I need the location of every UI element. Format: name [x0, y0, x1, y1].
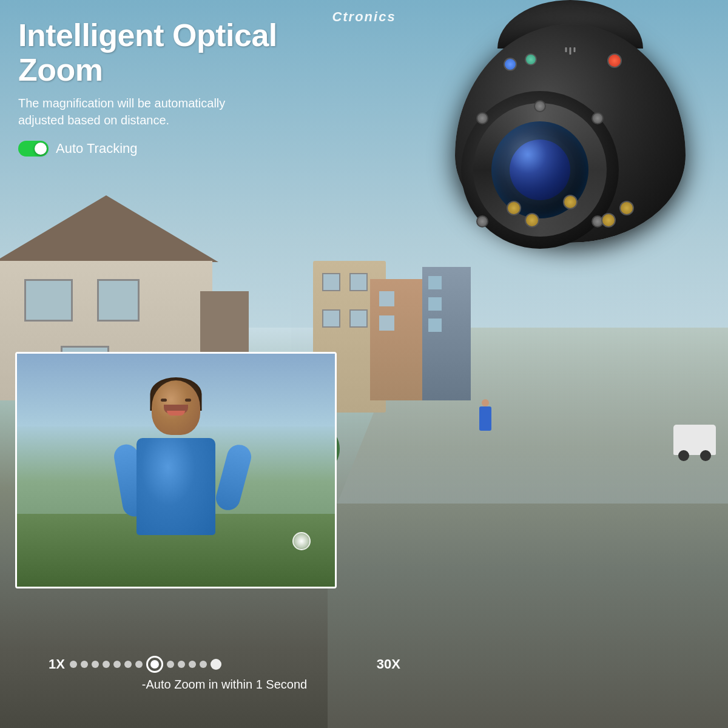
zoom-dot-2: [81, 661, 88, 668]
zoom-dot-active[interactable]: [146, 656, 163, 673]
dots-container: [70, 656, 372, 673]
toggle-row: Auto Tracking: [18, 141, 322, 157]
content-overlay: Ctronics Intelligent Optical Zoom The ma…: [0, 0, 728, 728]
zoom-dot-1: [70, 661, 77, 668]
zoom-dot-final: [211, 659, 221, 670]
zoom-dot-5: [113, 661, 121, 668]
zoom-max-label: 30X: [377, 656, 400, 672]
person-inset-view: [15, 352, 337, 588]
toggle-label: Auto Tracking: [56, 141, 138, 157]
zoom-slider-area: 1X: [49, 656, 400, 692]
person-head: [152, 380, 200, 435]
person-body: [136, 438, 215, 535]
person-figure: [115, 368, 237, 587]
zoom-dot-3: [92, 661, 99, 668]
brand-logo-area: Ctronics: [332, 9, 396, 25]
main-title: Intelligent Optical Zoom: [18, 18, 322, 87]
zoom-dot-6: [124, 661, 132, 668]
inset-reflection-dot: [292, 532, 311, 550]
zoom-subtitle: -Auto Zoom in within 1 Second: [49, 678, 400, 692]
person-eye-left: [161, 399, 167, 402]
toggle-knob: [35, 143, 47, 155]
subtitle-text: The magnification will be automatically …: [18, 95, 322, 129]
brand-logo-text: Ctronics: [332, 9, 396, 24]
person-eye-right: [185, 399, 191, 402]
zoom-dot-10: [178, 661, 185, 668]
subtitle-line-1: The magnification will be automatically: [18, 96, 225, 110]
zoom-dot-9: [167, 661, 174, 668]
zoom-track: 1X: [49, 656, 400, 673]
zoom-dot-7: [135, 661, 143, 668]
zoom-dot-4: [103, 661, 110, 668]
zoom-min-label: 1X: [49, 656, 65, 672]
person-smile: [167, 411, 185, 416]
auto-tracking-toggle[interactable]: [18, 141, 49, 157]
zoom-dot-11: [189, 661, 196, 668]
subtitle-line-2: adjusted based on distance.: [18, 113, 169, 127]
zoom-dot-12: [200, 661, 207, 668]
text-content-area: Intelligent Optical Zoom The magnificati…: [18, 18, 322, 157]
zoom-dot-active-inner: [150, 660, 159, 669]
